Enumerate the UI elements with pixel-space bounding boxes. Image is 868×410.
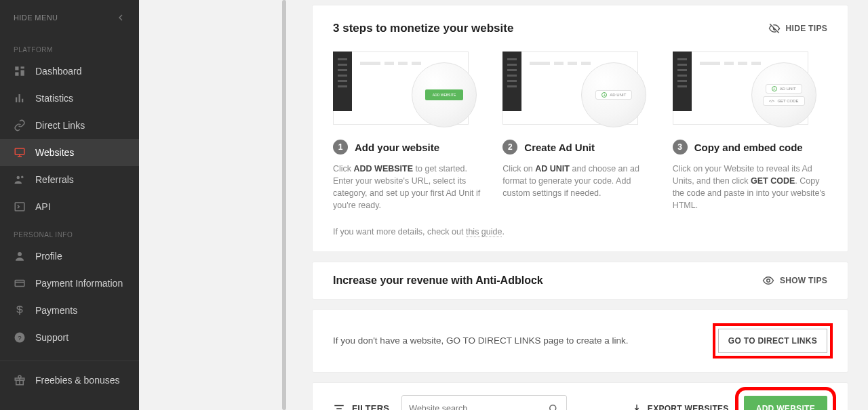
add-website-button[interactable]: ADD WEBSITE <box>744 396 827 411</box>
sidebar-item-label: Freebies & bonuses <box>35 375 120 386</box>
hide-menu-toggle[interactable]: HIDE MENU <box>0 0 139 35</box>
sidebar-item-direct-links[interactable]: Direct Links <box>0 112 139 139</box>
svg-point-17 <box>767 279 770 282</box>
hide-tips-button[interactable]: HIDE TIPS <box>768 22 827 35</box>
search-icon[interactable] <box>547 403 559 411</box>
sidebar-item-dashboard[interactable]: Dashboard <box>0 58 139 85</box>
help-icon: ? <box>14 331 26 344</box>
export-label: EXPORT WEBSITES <box>648 404 729 411</box>
filters-label: FILTERS <box>352 403 389 410</box>
credit-card-icon <box>14 277 26 289</box>
sidebar-item-label: Support <box>35 332 68 343</box>
svg-point-18 <box>550 405 556 410</box>
sidebar-item-label: API <box>35 201 51 212</box>
step-title-1: Add your website <box>355 142 439 153</box>
arrow-left-icon <box>115 12 127 23</box>
bar-chart-icon <box>14 92 26 104</box>
sidebar-item-label: Payment Information <box>35 278 123 289</box>
step-2-illustration: +AD UNIT <box>502 52 638 125</box>
filters-button[interactable]: FILTERS <box>333 403 389 411</box>
step-title-2: Create Ad Unit <box>524 142 595 153</box>
dashboard-icon <box>14 65 26 77</box>
sidebar-item-label: Statistics <box>35 93 73 104</box>
sidebar-item-label: Websites <box>35 147 74 158</box>
main-area: 3 steps to monetize your website HIDE TI… <box>139 0 868 410</box>
sidebar-item-label: Direct Links <box>35 120 85 131</box>
direct-links-card: If you don't have a website, GO TO DIREC… <box>313 310 848 372</box>
guide-link[interactable]: this guide <box>466 227 502 237</box>
show-tips-label: SHOW TIPS <box>780 276 827 285</box>
step-number-3: 3 <box>673 140 688 155</box>
monitor-icon <box>14 146 26 159</box>
sidebar-item-referrals[interactable]: Referrals <box>0 166 139 193</box>
svg-point-9 <box>21 176 23 178</box>
sidebar-divider <box>0 361 139 361</box>
sidebar-item-websites[interactable]: Websites <box>0 139 139 166</box>
svg-text:?: ? <box>18 334 22 342</box>
sidebar-item-payments[interactable]: Payments <box>0 297 139 324</box>
svg-rect-12 <box>15 281 24 287</box>
user-icon <box>14 250 26 262</box>
sidebar-section-platform: PLATFORM <box>0 35 139 58</box>
adblock-title: Increase your revenue with Anti-Adblock <box>333 274 543 287</box>
svg-rect-0 <box>15 66 18 70</box>
sidebar-item-support[interactable]: ? Support <box>0 324 139 351</box>
step-body-1: Click ADD WEBSITE to get started. Enter … <box>333 163 488 212</box>
search-field[interactable] <box>401 395 567 411</box>
step-number-1: 1 <box>333 140 348 155</box>
svg-rect-2 <box>21 70 24 76</box>
step-1-illustration: ADD WEBSITE <box>333 52 469 125</box>
filter-icon <box>333 403 345 411</box>
step-2: +AD UNIT 2 Create Ad Unit Click on AD UN… <box>502 52 657 212</box>
search-input[interactable] <box>409 404 547 411</box>
sidebar-item-payment-info[interactable]: Payment Information <box>0 270 139 297</box>
gift-icon <box>14 374 26 386</box>
adblock-card: Increase your revenue with Anti-Adblock … <box>313 262 848 299</box>
svg-point-8 <box>17 176 20 180</box>
download-icon <box>631 403 642 411</box>
svg-rect-1 <box>21 66 24 68</box>
svg-point-11 <box>18 252 22 256</box>
sidebar-item-label: Profile <box>35 251 62 262</box>
terminal-icon <box>14 201 26 213</box>
svg-rect-6 <box>22 99 23 102</box>
sidebar-item-label: Referrals <box>35 174 74 185</box>
svg-rect-3 <box>15 73 18 76</box>
dollar-icon <box>14 304 26 316</box>
step-title-3: Copy and embed code <box>694 142 803 153</box>
tips-title: 3 steps to monetize your website <box>333 22 513 35</box>
sidebar-item-label: Dashboard <box>35 66 82 77</box>
svg-rect-4 <box>16 98 17 103</box>
show-tips-button[interactable]: SHOW TIPS <box>762 274 827 287</box>
tips-footer: If you want more details, check out this… <box>333 227 827 237</box>
users-icon <box>14 173 26 186</box>
tips-card: 3 steps to monetize your website HIDE TI… <box>313 5 848 251</box>
step-3: +AD UNIT </>GET CODE 3 Copy and embed co… <box>673 52 827 212</box>
svg-rect-5 <box>19 94 20 102</box>
sidebar: HIDE MENU PLATFORM Dashboard Statistics … <box>0 0 139 410</box>
hide-tips-label: HIDE TIPS <box>786 24 827 33</box>
scrollbar[interactable] <box>282 0 286 410</box>
filters-bar: FILTERS EXPORT WEBSITES <box>313 383 848 411</box>
step-number-2: 2 <box>502 140 517 155</box>
sidebar-item-freebies[interactable]: Freebies & bonuses <box>0 367 139 394</box>
illus-add-website-btn: ADD WEBSITE <box>425 89 463 100</box>
go-to-direct-links-button[interactable]: GO TO DIRECT LINKS <box>718 329 827 353</box>
eye-icon <box>762 274 774 287</box>
svg-rect-7 <box>15 148 24 155</box>
eye-off-icon <box>768 22 781 35</box>
sidebar-item-label: Payments <box>35 305 77 316</box>
step-body-3: Click on your Website to reveal its Ad U… <box>673 163 827 212</box>
sidebar-section-personal: PERSONAL INFO <box>0 220 139 243</box>
step-1: ADD WEBSITE 1 Add your website Click ADD… <box>333 52 488 212</box>
sidebar-item-statistics[interactable]: Statistics <box>0 85 139 112</box>
hide-menu-label: HIDE MENU <box>14 14 58 22</box>
link-icon <box>14 119 26 131</box>
direct-links-text: If you don't have a website, GO TO DIREC… <box>333 335 629 346</box>
step-body-2: Click on AD UNIT and choose an ad format… <box>502 163 657 199</box>
sidebar-item-profile[interactable]: Profile <box>0 243 139 270</box>
step-3-illustration: +AD UNIT </>GET CODE <box>673 52 808 125</box>
export-websites-button[interactable]: EXPORT WEBSITES <box>631 403 729 411</box>
sidebar-item-api[interactable]: API <box>0 193 139 220</box>
